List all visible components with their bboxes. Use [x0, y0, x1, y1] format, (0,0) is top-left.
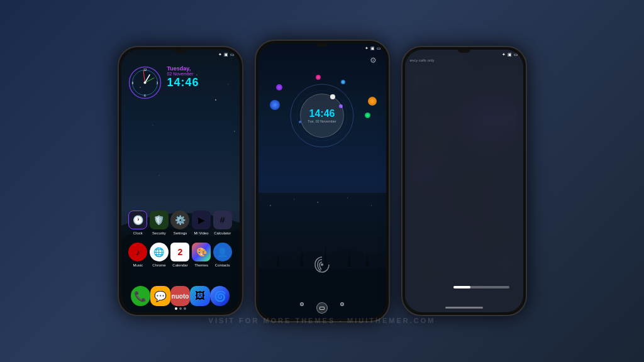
phone-3-background	[405, 50, 523, 312]
nav-circle2[interactable]	[340, 302, 344, 306]
app-row-1: 🕐 Clock 🛡️ Security ⚙️ Settings ▶ Mi Vid…	[128, 211, 233, 235]
lock-date: Tue, 02 November	[308, 119, 336, 123]
dock: 📞 💬 nuoto 🖼 🌀	[121, 286, 240, 306]
home-bar	[445, 307, 483, 309]
phone-1: ✦ ▣ ▭ 12 3 6 9	[118, 46, 243, 316]
clock-day: Tuesday,	[167, 65, 199, 72]
phone-3-inner: ency calls only ✦ ▣ ▭ 14:46 Tuesday, Nov…	[405, 50, 523, 312]
signal-icon2: ▣	[370, 46, 375, 51]
app-music[interactable]: ♪ Music	[128, 243, 147, 267]
svg-point-18	[317, 202, 318, 202]
phones-container: ✦ ▣ ▭ 12 3 6 9	[118, 40, 527, 322]
app-clock[interactable]: 🕐 Clock	[128, 211, 147, 235]
app-row-2: ♪ Music 🌐 Chrome 2 Calendar 🎨 Themes	[128, 243, 233, 267]
battery-icon: ▭	[230, 52, 235, 57]
bluetooth-icon: ✦	[218, 52, 222, 57]
dock-phone[interactable]: 📞	[131, 286, 151, 306]
clock-widget: 12 3 6 9 Tuesday, 02 November 14:46	[128, 65, 199, 100]
watermark: VISIT FOR MORE THEMES - MIUITHEMER.COM	[209, 317, 436, 324]
fingerprint-icon	[313, 256, 331, 273]
page-dot-3	[184, 307, 186, 310]
signal-icon: ▣	[224, 52, 228, 57]
phone-3-status-icons: ✦ ▣ ▭	[502, 52, 518, 57]
svg-point-22	[321, 263, 323, 266]
center-clock: 14:46 Tue, 02 November	[300, 94, 344, 138]
brightness-fill	[453, 286, 470, 288]
clock-time: 14:46	[167, 76, 199, 89]
app-mi-video[interactable]: ▶ Mi Video	[192, 211, 211, 235]
battery-icon2: ▭	[377, 46, 381, 51]
phone-1-notch	[174, 50, 187, 53]
phone-3: ency calls only ✦ ▣ ▭ 14:46 Tuesday, Nov…	[401, 46, 527, 316]
app-security[interactable]: 🛡️ Security	[150, 211, 169, 235]
signal-icon3: ▣	[508, 52, 512, 57]
svg-text:3: 3	[156, 81, 158, 85]
phone-3-notch	[458, 50, 470, 53]
app-contacts[interactable]: 👤 Contacts	[213, 243, 232, 267]
svg-point-19	[347, 198, 348, 199]
lock-time: 14:46	[309, 108, 335, 119]
clock-text: Tuesday, 02 November 14:46	[167, 65, 199, 89]
phone-2-notch	[316, 43, 328, 47]
nav-circle[interactable]	[300, 302, 304, 306]
svg-point-20	[370, 205, 371, 206]
phone-2-status-icons: ✦ ▣ ▭	[365, 46, 381, 51]
bt-icon: ✦	[365, 46, 369, 51]
svg-point-16	[270, 205, 271, 206]
svg-point-9	[143, 82, 146, 84]
orb-purple	[276, 84, 282, 90]
svg-text:6: 6	[144, 94, 146, 97]
dock-gallery[interactable]: 🖼	[190, 286, 210, 306]
battery-icon3: ▭	[514, 52, 518, 57]
app-grid: 🕐 Clock 🛡️ Security ⚙️ Settings ▶ Mi Vid…	[121, 211, 240, 275]
page-dot-2	[179, 307, 182, 310]
dock-messages[interactable]: 💬	[150, 286, 170, 306]
svg-line-7	[143, 71, 145, 83]
bt-icon3: ✦	[502, 52, 506, 57]
analog-clock: 12 3 6 9	[128, 65, 162, 100]
app-chrome[interactable]: 🌐 Chrome	[150, 243, 169, 267]
app-themes[interactable]: 🎨 Themes	[192, 243, 211, 267]
app-calculator[interactable]: # Calculator	[213, 211, 232, 235]
orb-orange	[368, 97, 377, 106]
page-dots	[175, 307, 186, 310]
dock-app5[interactable]: 🌀	[210, 286, 230, 306]
orb-pink	[316, 75, 321, 80]
dock-nuoto[interactable]: nuoto	[170, 286, 191, 306]
phone-2: ✦ ▣ ▭ ⚙	[255, 40, 390, 322]
app-calendar[interactable]: 2 Calendar	[170, 243, 189, 267]
orb-blue-lg	[270, 100, 280, 110]
fingerprint-btn[interactable]	[313, 256, 331, 276]
page-dot-1	[175, 307, 177, 310]
orbit-clock: 14:46 Tue, 02 November	[287, 81, 357, 150]
svg-text:9: 9	[131, 81, 133, 85]
nav-home[interactable]	[316, 302, 328, 314]
phone-1-status-icons: ✦ ▣ ▭	[218, 52, 235, 57]
phone-1-inner: ✦ ▣ ▭ 12 3 6 9	[121, 50, 240, 312]
orb-green	[365, 112, 370, 118]
brightness-track	[453, 286, 510, 288]
clock-date: 02 November	[167, 72, 199, 76]
app-settings[interactable]: ⚙️ Settings	[170, 211, 189, 235]
phone-2-inner: ✦ ▣ ▭ ⚙	[258, 43, 386, 319]
svg-point-17	[294, 199, 294, 199]
svg-text:12: 12	[143, 68, 147, 72]
phone-2-nav	[258, 302, 386, 314]
